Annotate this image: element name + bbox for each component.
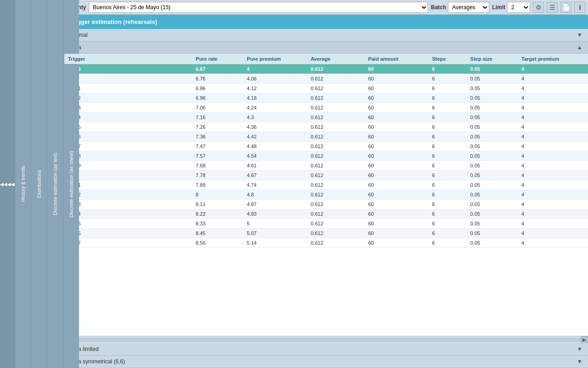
- table-row[interactable]: 0.5367.364.420.6126060.054: [64, 132, 588, 142]
- county-select[interactable]: Buenos Aires - 25 de Mayo (15): [89, 2, 428, 13]
- table-row[interactable]: 0.5357.264.360.6126060.054: [64, 122, 588, 132]
- limit-section: Limit 1 2 3 4 5: [492, 2, 530, 13]
- gear-icon: ⚙: [536, 4, 542, 11]
- county-section: Buenos Aires - 25 de Mayo (15): [89, 2, 428, 13]
- table-header-row: Trigger Pure rate Pure premium Average P…: [64, 54, 588, 64]
- table-row[interactable]: 0.5438.114.870.6126060.054: [64, 200, 588, 209]
- table-row[interactable]: 0.54284.80.6126060.054: [64, 190, 588, 200]
- col-header-target-premium: Target premium: [518, 54, 588, 64]
- col-header-pure-premium: Pure premium: [243, 54, 307, 64]
- table-row[interactable]: 0.536.764.060.6126060.054: [64, 74, 588, 84]
- table-row[interactable]: 0.5397.684.610.6126060.054: [64, 161, 588, 171]
- gear-button[interactable]: ⚙: [533, 2, 544, 13]
- table-row[interactable]: 0.5448.224.930.6126060.054: [64, 209, 588, 219]
- data-table-container[interactable]: Trigger Pure rate Pure premium Average P…: [64, 54, 588, 336]
- table-row[interactable]: 0.5337.064.240.6126060.054: [64, 103, 588, 113]
- info-button[interactable]: ℹ: [574, 2, 585, 13]
- beta-chevron-up-icon: ▲: [577, 44, 582, 51]
- col-header-pure-rate: Pure rate: [192, 54, 243, 64]
- horizontal-scrollbar[interactable]: ◀ ▶: [64, 336, 588, 343]
- sidebar: ◀ ◀ ◀ ◀ History & trends Distributions D…: [0, 0, 64, 368]
- table-row[interactable]: 0.5468.455.070.6126060.054: [64, 229, 588, 238]
- arrow-left-icon-1: ◀: [0, 182, 4, 187]
- normal-chevron-down-icon: ▼: [577, 32, 582, 38]
- batch-label: Batch: [431, 4, 446, 11]
- sidebar-item-discrete-text[interactable]: Discrete estimation (as text): [47, 0, 63, 368]
- sidebar-collapse-arrow-2[interactable]: ◀: [4, 0, 7, 368]
- table-row[interactable]: 0.5326.964.180.6126060.054: [64, 93, 588, 103]
- col-header-paid-amount: Paid amount: [364, 54, 428, 64]
- table-row[interactable]: 0.5316.864.120.6126060.054: [64, 84, 588, 93]
- table-row[interactable]: 0.5387.574.540.6126060.054: [64, 151, 588, 161]
- col-header-average: Average: [307, 54, 364, 64]
- beta-sym-chevron-down-icon: ▼: [577, 358, 582, 365]
- col-header-steps: Steps: [428, 54, 466, 64]
- sidebar-item-distributions[interactable]: Distributions: [31, 0, 47, 368]
- trigger-estimation-header: Trigger estimation (rehearsals): [64, 15, 588, 29]
- sidebar-collapse-arrow-1[interactable]: ◀: [0, 0, 4, 368]
- arrow-left-icon-4: ◀: [11, 182, 15, 187]
- arrow-left-icon-3: ◀: [7, 182, 11, 187]
- sidebar-collapse-arrow-3[interactable]: ◀: [7, 0, 11, 368]
- beta-limited-section-header[interactable]: Beta limited ▼: [64, 343, 588, 356]
- beta-sym-section-header[interactable]: Beta symmetrical (6,6) ▼: [64, 356, 588, 368]
- col-header-step-size: Step size: [467, 54, 518, 64]
- beta-limited-chevron-down-icon: ▼: [577, 346, 582, 352]
- beta-section-header[interactable]: Beta ▲: [64, 41, 588, 54]
- table-row[interactable]: 0.547.784.670.6126060.054: [64, 171, 588, 180]
- document-icon: 📄: [562, 4, 570, 11]
- table-row[interactable]: 0.5377.474.480.6126060.054: [64, 142, 588, 151]
- table-row[interactable]: 0.5296.6740.6126060.054: [64, 64, 588, 74]
- arrow-left-icon-2: ◀: [4, 182, 7, 187]
- info-icon: ℹ: [579, 4, 581, 11]
- top-bar: County Buenos Aires - 25 de Mayo (15) Ba…: [64, 0, 588, 15]
- limit-label: Limit: [492, 4, 505, 11]
- batch-select[interactable]: Averages Totals Max Min: [448, 2, 489, 13]
- table-row[interactable]: 0.5417.894.740.6126060.054: [64, 180, 588, 190]
- bottom-sections: Beta limited ▼ Beta symmetrical (6,6) ▼: [64, 343, 588, 368]
- batch-section: Batch Averages Totals Max Min: [431, 2, 489, 13]
- col-header-trigger: Trigger: [64, 54, 192, 64]
- normal-section-header[interactable]: Normal ▼: [64, 29, 588, 41]
- limit-select[interactable]: 1 2 3 4 5: [507, 2, 530, 13]
- table-row[interactable]: 0.5458.3350.6126060.054: [64, 219, 588, 229]
- scroll-right-button[interactable]: ▶: [581, 336, 588, 344]
- table-row[interactable]: 0.5478.565.140.6126060.054: [64, 238, 588, 248]
- list-button[interactable]: ☰: [547, 2, 558, 13]
- table-row[interactable]: 0.5347.164.30.6126060.054: [64, 113, 588, 122]
- list-icon: ☰: [549, 4, 555, 11]
- arrow-right-scroll-icon: ▶: [582, 337, 586, 342]
- sidebar-item-history[interactable]: History & trends: [15, 0, 31, 368]
- scroll-track[interactable]: [72, 338, 581, 342]
- main-content: County Buenos Aires - 25 de Mayo (15) Ba…: [64, 0, 588, 368]
- data-table: Trigger Pure rate Pure premium Average P…: [64, 54, 588, 248]
- sidebar-collapse-arrow-4[interactable]: ◀: [11, 0, 15, 368]
- document-button[interactable]: 📄: [560, 2, 571, 13]
